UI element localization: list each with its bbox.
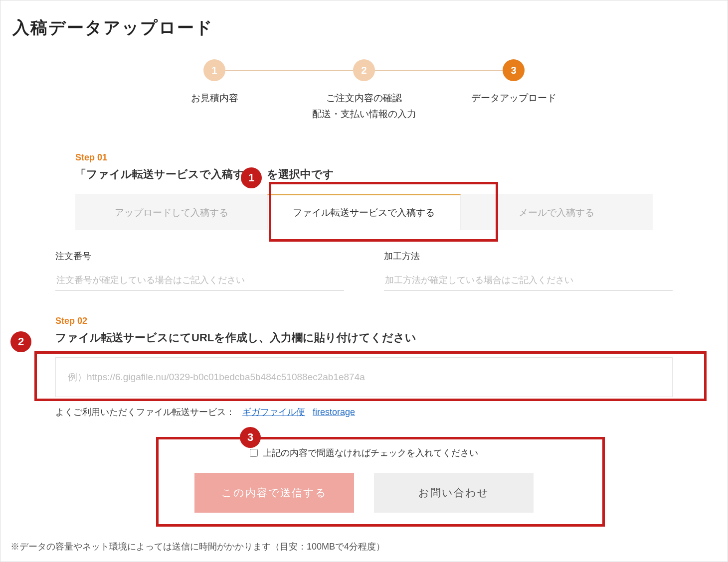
annotation-marker-2: 2	[10, 331, 31, 352]
tab-email[interactable]: メールで入稿する	[461, 194, 653, 230]
annotation-marker-1: 1	[241, 167, 262, 188]
service-links-line: よくご利用いただくファイル転送サービス： ギガファイル便 firestorage	[55, 406, 673, 418]
page-title: 入稿データアップロード	[12, 16, 718, 39]
tab-file-transfer[interactable]: ファイル転送サービスで入稿する	[267, 194, 460, 230]
submit-area: 上記の内容で問題なければチェックを入れてください この内容で送信する お問い合わ…	[175, 433, 553, 531]
confirm-checkbox-label: 上記の内容で問題なければチェックを入れてください	[263, 447, 478, 459]
confirm-checkbox[interactable]	[250, 449, 258, 457]
processing-method-input[interactable]	[384, 270, 673, 291]
transfer-url-input[interactable]	[55, 357, 673, 397]
link-gigafile[interactable]: ギガファイル便	[242, 407, 305, 417]
step-1-label: お見積内容	[191, 90, 238, 106]
step-2: 2 ご注文内容の確認 配送・支払い情報の入力	[289, 59, 439, 123]
processing-method-field: 加工方法	[384, 250, 673, 291]
step-1-circle: 1	[203, 59, 225, 81]
inquiry-button[interactable]: お問い合わせ	[374, 473, 534, 513]
step-1: 1 お見積内容	[140, 59, 289, 106]
progress-stepper: 1 お見積内容 2 ご注文内容の確認 配送・支払い情報の入力 3 データアップロ…	[10, 59, 718, 123]
step-2-circle: 2	[353, 59, 375, 81]
step01-number: Step 01	[75, 152, 653, 163]
step-2-label: ご注文内容の確認 配送・支払い情報の入力	[312, 90, 416, 123]
step02-number: Step 02	[55, 316, 673, 326]
order-number-field: 注文番号	[55, 250, 344, 291]
service-links-label: よくご利用いただくファイル転送サービス：	[55, 407, 235, 417]
step-3-circle: 3	[503, 59, 525, 81]
submit-button[interactable]: この内容で送信する	[194, 473, 354, 513]
annotation-marker-3: 3	[240, 427, 261, 448]
step-3-label: データアップロード	[471, 90, 556, 106]
order-number-label: 注文番号	[55, 250, 344, 262]
step-3: 3 データアップロード	[439, 59, 588, 106]
footnote-text: ※データの容量やネット環境によっては送信に時間がかかります（目安：100MBで4…	[10, 541, 385, 553]
step01-heading: 「ファイル転送サービスで入稿する」を選択中です	[75, 167, 653, 182]
tab-upload-direct[interactable]: アップロードして入稿する	[75, 194, 267, 230]
link-firestorage[interactable]: firestorage	[313, 407, 355, 417]
upload-method-tabs: アップロードして入稿する ファイル転送サービスで入稿する メールで入稿する	[75, 194, 653, 230]
step02-heading: ファイル転送サービスにてURLを作成し、入力欄に貼り付けてください	[55, 330, 673, 345]
processing-method-label: 加工方法	[384, 250, 673, 262]
order-number-input[interactable]	[55, 270, 344, 291]
confirm-checkbox-line[interactable]: 上記の内容で問題なければチェックを入れてください	[194, 447, 534, 459]
